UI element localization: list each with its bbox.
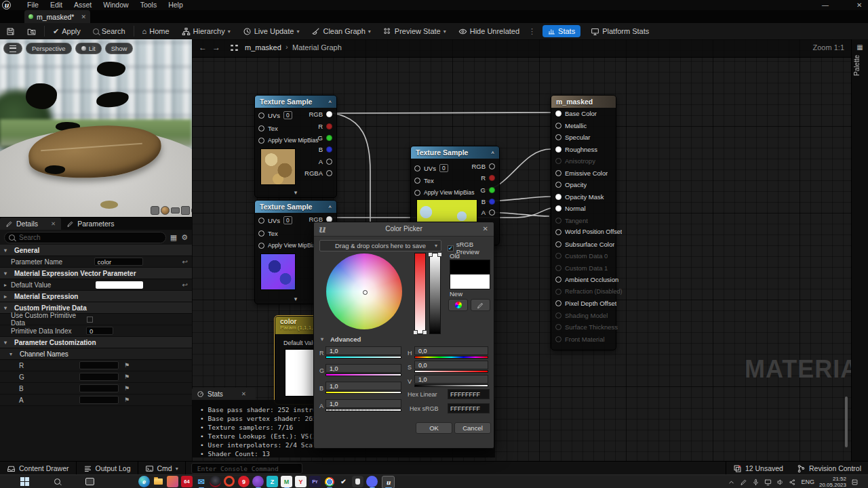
taskbar-app-mail[interactable]: ✉: [195, 476, 207, 487]
texture-preview-normal[interactable]: [260, 253, 296, 290]
collapse-icon[interactable]: ˄: [328, 204, 332, 210]
input-pin-emissive-color[interactable]: [555, 170, 561, 176]
uv-index-field[interactable]: 0: [439, 164, 448, 172]
channel-r-field[interactable]: [79, 361, 119, 369]
input-pin-tangent[interactable]: [555, 218, 561, 224]
display-icon[interactable]: [764, 479, 772, 486]
color-wheel-cursor[interactable]: [363, 290, 368, 295]
preview-mesh-cube-button[interactable]: [181, 206, 190, 215]
asset-tab-close-icon[interactable]: ✕: [81, 14, 86, 20]
menu-window[interactable]: Window: [103, 1, 128, 9]
search-button[interactable]: Search: [87, 23, 132, 39]
s-value-field[interactable]: 0,0: [414, 361, 488, 369]
notifications-icon[interactable]: [851, 479, 859, 486]
ok-button[interactable]: OK: [416, 422, 452, 434]
input-pin[interactable]: [258, 230, 264, 237]
taskbar-app-explorer[interactable]: [153, 476, 164, 487]
input-pin-base-color[interactable]: [555, 110, 561, 117]
r-value-field[interactable]: 1,0: [326, 346, 401, 355]
input-pin-opacity-mask[interactable]: [555, 194, 561, 200]
input-pin-ambient-occlusion[interactable]: [555, 277, 561, 283]
hide-unrelated-button[interactable]: Hide Unrelated: [452, 23, 526, 39]
primitive-data-index-field[interactable]: [86, 327, 113, 335]
collapse-icon[interactable]: ˄: [328, 99, 332, 105]
breadcrumb-current[interactable]: Material Graph: [292, 43, 342, 52]
cmd-selector[interactable]: Cmd ▾: [138, 462, 186, 475]
output-pin-r[interactable]: [326, 123, 332, 129]
section-general[interactable]: ▾ General: [0, 245, 192, 256]
h-value-field[interactable]: 0,0: [414, 346, 488, 355]
display-filter-icon[interactable]: ▦: [170, 233, 177, 242]
output-pin-g[interactable]: [326, 135, 332, 141]
perspective-button[interactable]: Perspective: [26, 43, 72, 54]
asset-tab-m-masked[interactable]: m_masked* ✕: [24, 10, 90, 23]
unsaved-assets-button[interactable]: 12 Unsaved: [726, 462, 790, 475]
input-pin-pixel-depth-offset[interactable]: [555, 300, 561, 306]
taskbar-app-yandex[interactable]: Y: [295, 476, 307, 487]
taskbar-clock[interactable]: 21:52 20.05.2023: [819, 476, 846, 488]
a-value-field[interactable]: 1,0: [326, 399, 401, 408]
taskbar-app-chrome[interactable]: [323, 476, 335, 487]
slider-handle[interactable]: [413, 330, 418, 335]
input-pin[interactable]: [258, 243, 264, 249]
channel-g-field[interactable]: [79, 373, 119, 381]
preview-mesh-plane-button[interactable]: [171, 207, 180, 214]
preview-mesh-cylinder-button[interactable]: [151, 206, 159, 215]
default-value-color-swatch[interactable]: [96, 281, 143, 289]
s-slider-strip[interactable]: [414, 370, 488, 373]
value-slider[interactable]: [429, 253, 441, 334]
input-pin-shading-model[interactable]: [555, 312, 561, 319]
content-drawer-button[interactable]: Content Drawer: [0, 462, 77, 475]
v-slider-strip[interactable]: [414, 384, 488, 387]
input-pin-metallic[interactable]: [555, 123, 561, 129]
input-pin-opacity[interactable]: [555, 182, 561, 188]
menu-file[interactable]: File: [27, 1, 39, 9]
input-pin[interactable]: [414, 165, 420, 171]
input-pin[interactable]: [414, 178, 420, 184]
expander-icon[interactable]: ▸: [4, 282, 11, 288]
input-pin[interactable]: [414, 190, 420, 196]
menu-asset[interactable]: Asset: [74, 1, 92, 9]
uv-index-field[interactable]: 0: [283, 216, 292, 224]
speaker-icon[interactable]: [776, 479, 784, 486]
node-header[interactable]: Texture Sample ˄: [255, 201, 336, 213]
task-view-button[interactable]: [84, 476, 96, 487]
input-pin-refraction[interactable]: [555, 289, 561, 295]
output-pin-a[interactable]: [326, 159, 332, 165]
details-tab-close-icon[interactable]: ✕: [51, 220, 56, 227]
settings-gear-icon[interactable]: ⚙: [181, 233, 188, 242]
input-pin-front-material[interactable]: [555, 336, 561, 342]
output-pin-g[interactable]: [489, 187, 495, 193]
collapse-icon[interactable]: ˄: [491, 150, 494, 156]
output-pin-rgba[interactable]: [326, 170, 332, 176]
input-pin[interactable]: [258, 125, 264, 131]
menu-edit[interactable]: Edit: [50, 1, 62, 9]
channel-a-field[interactable]: [79, 396, 119, 404]
node-header[interactable]: Texture Sample ˄: [255, 96, 336, 108]
advanced-expander[interactable]: ▾ Advanced: [321, 336, 361, 343]
uv-index-field[interactable]: 0: [283, 111, 292, 119]
taskbar-app-epic[interactable]: [352, 476, 363, 487]
tab-details[interactable]: Details ✕: [0, 218, 61, 230]
pen-icon[interactable]: [740, 479, 747, 486]
input-pin[interactable]: [258, 218, 264, 224]
saved-colors-dropdown[interactable]: Drag & drop colors here to save ▾: [319, 240, 441, 251]
cancel-button[interactable]: Cancel: [454, 422, 491, 434]
tab-parameters[interactable]: Parameters: [61, 218, 119, 230]
input-pin-world-position-offset[interactable]: [555, 229, 561, 235]
revision-control-button[interactable]: Revision Control: [790, 462, 868, 475]
hierarchy-button[interactable]: Hierarchy ▾: [176, 23, 237, 39]
output-pin-rgb[interactable]: [326, 111, 332, 117]
stats-panel-tab[interactable]: Stats ✕: [192, 388, 256, 400]
texture-preview-basecolor[interactable]: [260, 148, 296, 185]
input-pin-specular[interactable]: [555, 134, 561, 140]
save-button[interactable]: [0, 23, 21, 39]
menu-help[interactable]: Help: [168, 1, 183, 9]
dialog-title-bar[interactable]: Color Picker ✕: [314, 222, 494, 237]
input-pin-custom-data-1[interactable]: [555, 265, 561, 271]
taskbar-app-purple[interactable]: [252, 476, 264, 487]
g-value-field[interactable]: 1,0: [326, 364, 401, 373]
forward-icon[interactable]: →: [212, 43, 220, 52]
menu-tools[interactable]: Tools: [140, 1, 157, 9]
taskbar-app-music-ring[interactable]: [224, 476, 235, 487]
